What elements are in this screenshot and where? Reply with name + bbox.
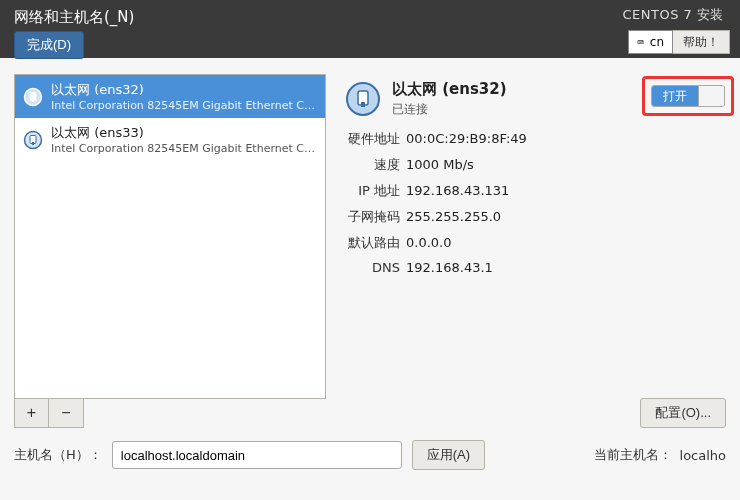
detail-row-value: 0.0.0.0 — [406, 235, 451, 250]
ethernet-icon — [344, 80, 382, 118]
current-hostname-value: localho — [680, 448, 726, 463]
hostname-label: 主机名（H）： — [14, 446, 102, 464]
apply-hostname-button[interactable]: 应用(A) — [412, 440, 485, 470]
detail-row-label: 硬件地址 — [344, 130, 400, 148]
svg-rect-2 — [32, 99, 34, 102]
add-remove-toolbar: + − — [14, 399, 84, 428]
detail-row: IP 地址192.168.43.131 — [344, 182, 726, 200]
detail-row-value: 00:0C:29:B9:8F:49 — [406, 131, 527, 146]
detail-row: 默认路由0.0.0.0 — [344, 234, 726, 252]
footer-bar: 主机名（H）： 应用(A) 当前主机名： localho — [0, 428, 740, 470]
add-nic-button[interactable]: + — [15, 399, 49, 427]
toggle-highlight-annotation: 打开 — [642, 76, 734, 116]
configure-button[interactable]: 配置(O)... — [640, 398, 726, 428]
hostname-input[interactable] — [112, 441, 402, 469]
left-column: 以太网 (ens32)Intel Corporation 82545EM Gig… — [14, 74, 326, 428]
connection-toggle[interactable]: 打开 — [651, 85, 725, 107]
detail-row-label: 速度 — [344, 156, 400, 174]
detail-row-label: 默认路由 — [344, 234, 400, 252]
nic-name: 以太网 (ens32) — [51, 81, 317, 99]
keyboard-layout-indicator[interactable]: ⌨ cn — [628, 30, 673, 54]
header-right: CENTOS 7 安装 ⌨ cn 帮助！ — [623, 6, 730, 54]
detail-row-label: 子网掩码 — [344, 208, 400, 226]
detail-row: 硬件地址00:0C:29:B9:8F:49 — [344, 130, 726, 148]
nic-text: 以太网 (ens33)Intel Corporation 82545EM Gig… — [51, 124, 317, 155]
svg-rect-5 — [32, 142, 34, 145]
right-column: 打开 以太网 (ens32) 已连接 硬件地址00:0C:29:B9:8F:49… — [334, 74, 726, 428]
detail-table: 硬件地址00:0C:29:B9:8F:49速度1000 Mb/sIP 地址192… — [334, 130, 726, 283]
ethernet-icon — [23, 87, 43, 107]
nic-list-item[interactable]: 以太网 (ens32)Intel Corporation 82545EM Gig… — [15, 75, 325, 118]
ethernet-icon — [23, 130, 43, 150]
toggle-knob — [698, 86, 724, 106]
remove-nic-button[interactable]: − — [49, 399, 83, 427]
distro-label: CENTOS 7 安装 — [623, 6, 730, 24]
detail-row-label: DNS — [344, 260, 400, 275]
detail-row-value: 192.168.43.1 — [406, 260, 493, 275]
header-left: 网络和主机名(_N) 完成(D) — [10, 6, 623, 59]
detail-row: DNS192.168.43.1 — [344, 260, 726, 275]
current-hostname-label: 当前主机名： — [594, 446, 672, 464]
detail-row: 速度1000 Mb/s — [344, 156, 726, 174]
svg-rect-8 — [361, 102, 365, 107]
keyboard-layout-text: cn — [650, 35, 664, 49]
keyboard-icon: ⌨ — [637, 36, 644, 49]
toggle-on-label: 打开 — [652, 86, 698, 106]
header-tools: ⌨ cn 帮助！ — [628, 30, 730, 54]
nic-list[interactable]: 以太网 (ens32)Intel Corporation 82545EM Gig… — [14, 74, 326, 399]
detail-row-value: 255.255.255.0 — [406, 209, 501, 224]
nic-name: 以太网 (ens33) — [51, 124, 317, 142]
nic-text: 以太网 (ens32)Intel Corporation 82545EM Gig… — [51, 81, 317, 112]
nic-list-item[interactable]: 以太网 (ens33)Intel Corporation 82545EM Gig… — [15, 118, 325, 161]
detail-row-value: 192.168.43.131 — [406, 183, 509, 198]
configure-row: 配置(O)... — [334, 398, 726, 428]
nic-desc: Intel Corporation 82545EM Gigabit Ethern… — [51, 142, 317, 155]
help-button-label: 帮助！ — [683, 34, 719, 51]
detail-row-label: IP 地址 — [344, 182, 400, 200]
help-button[interactable]: 帮助！ — [673, 30, 730, 54]
detail-row: 子网掩码255.255.255.0 — [344, 208, 726, 226]
footer-right: 当前主机名： localho — [594, 446, 726, 464]
main-content: 以太网 (ens32)Intel Corporation 82545EM Gig… — [0, 58, 740, 428]
header-bar: 网络和主机名(_N) 完成(D) CENTOS 7 安装 ⌨ cn 帮助！ — [0, 0, 740, 58]
detail-row-value: 1000 Mb/s — [406, 157, 474, 172]
nic-desc: Intel Corporation 82545EM Gigabit Ethern… — [51, 99, 317, 112]
done-button[interactable]: 完成(D) — [14, 31, 84, 59]
page-title: 网络和主机名(_N) — [10, 6, 623, 31]
